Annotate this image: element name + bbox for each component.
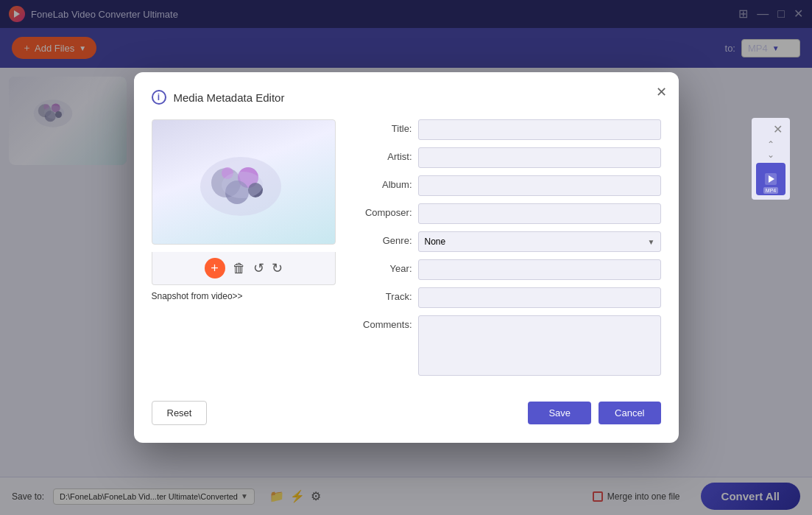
add-image-button[interactable]: + <box>205 258 225 278</box>
form-row-track: Track: <box>353 287 661 308</box>
undo-icon: ↺ <box>253 261 264 276</box>
form-row-artist: Artist: <box>353 147 661 168</box>
snapshot-link[interactable]: Snapshot from video>> <box>152 291 336 301</box>
modal-footer: Reset Save Cancel <box>152 401 661 425</box>
artist-label: Artist: <box>353 147 412 162</box>
image-controls: + 🗑 ↺ ↻ <box>152 252 336 285</box>
composer-input[interactable] <box>418 203 661 224</box>
svg-point-14 <box>222 172 263 198</box>
modal-info-icon: i <box>152 90 166 105</box>
genre-label: Genre: <box>353 231 412 246</box>
composer-label: Composer: <box>353 203 412 218</box>
track-input[interactable] <box>418 287 661 308</box>
metadata-editor-modal: i Media Metadata Editor ✕ <box>134 72 679 443</box>
modal-header: i Media Metadata Editor ✕ <box>152 90 661 105</box>
redo-icon: ↻ <box>272 261 283 276</box>
add-image-icon: + <box>211 261 219 276</box>
comments-label: Comments: <box>353 315 412 330</box>
album-label: Album: <box>353 175 412 190</box>
artist-input[interactable] <box>418 147 661 168</box>
track-label: Track: <box>353 287 412 302</box>
form-row-comments: Comments: <box>353 315 661 376</box>
modal-title: Media Metadata Editor <box>174 91 285 104</box>
year-label: Year: <box>353 259 412 274</box>
redo-button[interactable]: ↻ <box>272 260 283 276</box>
title-label: Title: <box>353 119 412 134</box>
genre-wrapper: None Pop Rock Jazz Classical Electronic … <box>418 231 661 252</box>
delete-icon: 🗑 <box>233 261 246 276</box>
mp4-label: MP4 <box>763 187 778 194</box>
form-row-album: Album: <box>353 175 661 196</box>
modal-body: + 🗑 ↺ ↻ Snapshot from video>> <box>152 119 661 383</box>
title-input[interactable] <box>418 119 661 140</box>
format-close-icon[interactable]: ✕ <box>773 122 783 136</box>
year-input[interactable] <box>418 259 661 280</box>
preview-splash-graphic <box>182 142 300 231</box>
modal-overlay: i Media Metadata Editor ✕ <box>0 0 812 515</box>
format-arrows-icon[interactable]: ⌃⌄ <box>767 139 774 160</box>
genre-select[interactable]: None Pop Rock Jazz Classical Electronic <box>418 231 661 252</box>
cancel-button[interactable]: Cancel <box>599 402 660 424</box>
mp4-format-icon: MP4 <box>756 163 785 195</box>
form-row-title: Title: <box>353 119 661 140</box>
form-row-genre: Genre: None Pop Rock Jazz Classical Elec… <box>353 231 661 252</box>
album-input[interactable] <box>418 175 661 196</box>
undo-button[interactable]: ↺ <box>253 260 264 276</box>
delete-image-button[interactable]: 🗑 <box>233 261 246 276</box>
form-row-composer: Composer: <box>353 203 661 224</box>
comments-textarea[interactable] <box>418 315 661 376</box>
reset-button[interactable]: Reset <box>152 401 208 425</box>
form-row-year: Year: <box>353 259 661 280</box>
modal-close-button[interactable]: ✕ <box>656 84 667 100</box>
modal-right-panel: Title: Artist: Album: Composer: <box>353 119 661 383</box>
mp4-svg-icon <box>763 172 778 186</box>
media-preview <box>152 119 336 245</box>
modal-left-panel: + 🗑 ↺ ↻ Snapshot from video>> <box>152 119 336 383</box>
save-button[interactable]: Save <box>528 402 591 424</box>
footer-right: Save Cancel <box>528 402 660 424</box>
format-panel: ✕ ⌃⌄ MP4 <box>752 118 790 200</box>
